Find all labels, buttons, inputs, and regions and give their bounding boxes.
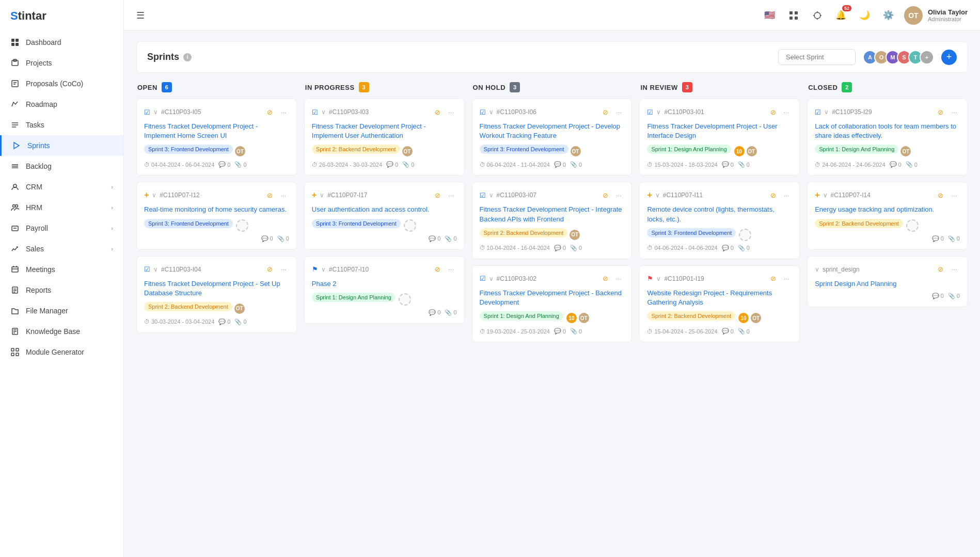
card-in_review-2[interactable]: ⚑ ∨ #C110P01-I19 ⊘ ··· Website Redesign … <box>639 265 800 342</box>
card-chevron[interactable]: ∨ <box>489 275 494 282</box>
card-chevron[interactable]: ∨ <box>489 192 494 199</box>
sidebar-item-sales[interactable]: Sales › <box>0 238 123 259</box>
card-flag-icon[interactable]: ⊘ <box>767 273 779 284</box>
sidebar-item-file-manager[interactable]: File Manager <box>0 300 123 321</box>
sidebar-item-backlog[interactable]: Backlog <box>0 156 123 177</box>
card-more-icon[interactable]: ··· <box>949 264 960 275</box>
card-more-icon[interactable]: ··· <box>446 106 457 118</box>
add-sprint-button[interactable]: + <box>941 50 957 65</box>
card-chevron[interactable]: ∨ <box>321 266 326 273</box>
card-chevron[interactable]: ∨ <box>152 192 156 199</box>
card-sprint-tag[interactable]: Sprint 1: Design And Planning <box>815 145 898 154</box>
card-in_review-0[interactable]: ☑ ∨ #C110P03-I01 ⊘ ··· Fitness Tracker D… <box>639 99 800 176</box>
sidebar-item-crm[interactable]: CRM › <box>0 177 123 197</box>
info-icon[interactable]: i <box>183 53 192 61</box>
card-flag-icon[interactable]: ⊘ <box>935 189 946 201</box>
sidebar-item-hrm[interactable]: HRM › <box>0 197 123 218</box>
card-more-icon[interactable]: ··· <box>613 273 624 284</box>
user-avatar[interactable]: OT Olivia Taylor Administrator <box>904 6 968 25</box>
sidebar-item-meetings[interactable]: Meetings <box>0 259 123 280</box>
card-flag-icon[interactable]: ⊘ <box>767 189 779 201</box>
card-more-icon[interactable]: ··· <box>446 264 457 275</box>
card-closed-1[interactable]: + ∨ #C110P07-I14 ⊘ ··· Energy usage trac… <box>807 182 968 249</box>
sidebar-item-tasks[interactable]: Tasks <box>0 115 123 135</box>
card-more-icon[interactable]: ··· <box>949 106 960 118</box>
sidebar-item-payroll[interactable]: Payroll › <box>0 218 123 238</box>
card-chevron[interactable]: ∨ <box>656 108 661 116</box>
card-flag-icon[interactable]: ⊘ <box>432 189 444 201</box>
card-more-icon[interactable]: ··· <box>446 189 457 201</box>
sidebar-item-proposals[interactable]: Proposals (CoCo) <box>0 73 123 94</box>
card-sprint-tag[interactable]: Sprint 2: Backend Development <box>647 311 735 321</box>
card-closed-2[interactable]: ∨ sprint_design ⊘ ··· Sprint Design And … <box>807 256 968 307</box>
card-flag-icon[interactable]: ⊘ <box>599 273 611 284</box>
card-chevron[interactable]: ∨ <box>824 108 829 116</box>
card-flag-icon[interactable]: ⊘ <box>264 264 276 275</box>
theme-toggle[interactable]: 🌙 <box>857 7 873 24</box>
card-in_review-1[interactable]: + ∨ #C110P07-I11 ⊘ ··· Remote device con… <box>639 182 800 259</box>
card-more-icon[interactable]: ··· <box>613 189 624 201</box>
card-sprint-tag[interactable]: Sprint 1: Design And Planning <box>647 145 731 154</box>
card-chevron[interactable]: ∨ <box>656 275 661 282</box>
card-sprint-tag[interactable]: Sprint 3: Frontend Development <box>480 145 568 154</box>
card-on_hold-0[interactable]: ☑ ∨ #C110P03-I06 ⊘ ··· Fitness Tracker D… <box>472 99 633 176</box>
card-chevron[interactable]: ∨ <box>320 192 324 199</box>
crosshair-icon[interactable] <box>809 7 826 24</box>
card-flag-icon[interactable]: ⊘ <box>935 106 946 118</box>
sidebar-item-knowledge-base[interactable]: Knowledge Base <box>0 321 123 342</box>
card-open-0[interactable]: ☑ ∨ #C110P03-I05 ⊘ ··· Fitness Tracket D… <box>136 99 297 176</box>
card-sprint-tag[interactable]: Sprint 2: Backend Development <box>144 302 232 311</box>
card-sprint-tag[interactable]: Sprint 3: Frontend Development <box>647 228 736 237</box>
card-flag-icon[interactable]: ⊘ <box>767 106 779 118</box>
card-sprint-tag[interactable]: Sprint 2: Backend Development <box>815 219 903 228</box>
sidebar-item-projects[interactable]: Projects <box>0 53 123 73</box>
card-more-icon[interactable]: ··· <box>278 264 289 275</box>
card-flag-icon[interactable]: ⊘ <box>599 189 611 201</box>
sidebar-item-module-generator[interactable]: Module Generator <box>0 342 123 362</box>
card-more-icon[interactable]: ··· <box>781 273 792 284</box>
card-in_progress-2[interactable]: ⚑ ∨ #C110P07-I10 ⊘ ··· Phase 2 Sprint 1:… <box>304 256 465 324</box>
card-open-1[interactable]: + ∨ #C110P07-I12 ⊘ ··· Real-time monitor… <box>136 182 297 249</box>
menu-toggle[interactable]: ☰ <box>136 10 145 21</box>
card-more-icon[interactable]: ··· <box>949 189 960 201</box>
card-in_progress-0[interactable]: ☑ ∨ #C110P03-I03 ⊘ ··· Fitness Tracker D… <box>304 99 465 176</box>
card-more-icon[interactable]: ··· <box>781 106 792 118</box>
card-chevron[interactable]: ∨ <box>655 192 660 199</box>
card-sprint-tag[interactable]: Sprint 2: Backend Development <box>312 145 400 154</box>
card-on_hold-2[interactable]: ☑ ∨ #C110P03-I02 ⊘ ··· Fitness Tracker D… <box>472 265 633 342</box>
flag-icon[interactable]: 🇺🇸 <box>762 7 778 24</box>
card-sprint-tag[interactable]: Sprint 2: Backend Development <box>480 228 568 237</box>
card-chevron[interactable]: ∨ <box>321 108 326 116</box>
card-flag-icon[interactable]: ⊘ <box>599 106 611 118</box>
card-chevron[interactable]: ∨ <box>153 266 158 273</box>
card-more-icon[interactable]: ··· <box>278 189 289 201</box>
card-flag-icon[interactable]: ⊘ <box>264 189 276 201</box>
card-chevron[interactable]: ∨ <box>489 108 494 116</box>
card-chevron[interactable]: ∨ <box>153 108 158 116</box>
card-flag-icon[interactable]: ⊘ <box>935 264 946 275</box>
card-flag-icon[interactable]: ⊘ <box>264 106 276 118</box>
card-more-icon[interactable]: ··· <box>278 106 289 118</box>
sidebar-item-roadmap[interactable]: Roadmap <box>0 94 123 115</box>
card-chevron[interactable]: ∨ <box>815 266 819 273</box>
apps-icon[interactable] <box>785 7 802 24</box>
card-sprint-tag[interactable]: Sprint 3: Frontend Development <box>312 219 401 228</box>
settings-icon[interactable]: ⚙️ <box>880 7 897 24</box>
card-open-2[interactable]: ☑ ∨ #C110P03-I04 ⊘ ··· Fitness Tracket D… <box>136 256 297 333</box>
sidebar-item-reports[interactable]: Reports <box>0 280 123 300</box>
notification-bell[interactable]: 🔔 52 <box>833 7 849 24</box>
card-on_hold-1[interactable]: ☑ ∨ #C110P03-I07 ⊘ ··· Fitness Tracker D… <box>472 182 633 259</box>
card-more-icon[interactable]: ··· <box>613 106 624 118</box>
card-in_progress-1[interactable]: + ∨ #C110P07-I17 ⊘ ··· User authenticati… <box>304 182 465 249</box>
card-chevron[interactable]: ∨ <box>823 192 828 199</box>
card-sprint-tag[interactable]: Sprint 1: Design And Planning <box>480 311 563 321</box>
sprint-select-input[interactable] <box>778 49 856 65</box>
sidebar-item-dashboard[interactable]: Dashboard <box>0 32 123 53</box>
card-flag-icon[interactable]: ⊘ <box>432 264 444 275</box>
card-sprint-tag[interactable]: Sprint 1: Design And Planning <box>312 293 396 302</box>
sidebar-item-sprints[interactable]: Sprints <box>0 135 123 156</box>
header-avatar-5[interactable]: + <box>920 50 934 65</box>
card-more-icon[interactable]: ··· <box>781 189 792 201</box>
card-sprint-tag[interactable]: Sprint 3: Frontend Development <box>144 219 233 228</box>
card-sprint-tag[interactable]: Sprint 3: Frontend Development <box>144 145 233 154</box>
